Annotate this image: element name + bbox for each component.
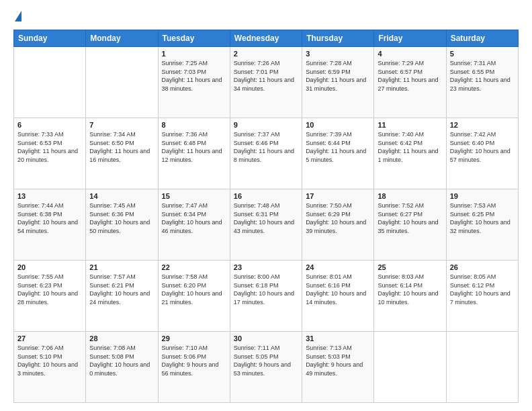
day-number: 23 — [234, 263, 298, 271]
calendar-cell: 3Sunrise: 7:28 AMSunset: 6:59 PMDaylight… — [302, 47, 374, 118]
calendar-cell: 15Sunrise: 7:47 AMSunset: 6:34 PMDayligh… — [158, 189, 230, 261]
calendar-cell: 30Sunrise: 7:11 AMSunset: 5:05 PMDayligh… — [230, 332, 302, 403]
logo — [13, 11, 21, 23]
calendar-cell — [446, 332, 518, 403]
calendar-cell: 11Sunrise: 7:40 AMSunset: 6:42 PMDayligh… — [374, 118, 446, 189]
calendar-cell: 12Sunrise: 7:42 AMSunset: 6:40 PMDayligh… — [446, 118, 518, 189]
calendar-cell — [374, 332, 446, 403]
day-info: Sunrise: 7:10 AMSunset: 5:06 PMDaylight:… — [162, 344, 226, 377]
calendar-cell: 14Sunrise: 7:45 AMSunset: 6:36 PMDayligh… — [86, 189, 158, 261]
page: SundayMondayTuesdayWednesdayThursdayFrid… — [0, 0, 532, 411]
calendar-day-header: Friday — [374, 30, 446, 47]
day-number: 7 — [89, 121, 154, 129]
calendar-cell: 5Sunrise: 7:31 AMSunset: 6:55 PMDaylight… — [446, 47, 518, 118]
day-number: 4 — [378, 50, 442, 58]
day-number: 1 — [162, 50, 226, 58]
calendar-cell: 10Sunrise: 7:39 AMSunset: 6:44 PMDayligh… — [302, 118, 374, 189]
calendar-day-header: Thursday — [302, 30, 374, 47]
day-info: Sunrise: 7:31 AMSunset: 6:55 PMDaylight:… — [450, 59, 515, 93]
day-number: 25 — [378, 263, 442, 271]
calendar-table: SundayMondayTuesdayWednesdayThursdayFrid… — [13, 30, 519, 403]
day-info: Sunrise: 7:28 AMSunset: 6:59 PMDaylight:… — [306, 59, 370, 93]
day-number: 21 — [89, 263, 154, 271]
day-number: 16 — [234, 192, 298, 200]
calendar-cell: 25Sunrise: 8:03 AMSunset: 6:14 PMDayligh… — [374, 261, 446, 332]
calendar-cell: 1Sunrise: 7:25 AMSunset: 7:03 PMDaylight… — [158, 47, 230, 118]
calendar-week-row: 6Sunrise: 7:33 AMSunset: 6:53 PMDaylight… — [14, 118, 519, 189]
calendar-header-row: SundayMondayTuesdayWednesdayThursdayFrid… — [14, 30, 519, 47]
day-info: Sunrise: 7:58 AMSunset: 6:20 PMDaylight:… — [162, 273, 226, 306]
calendar-cell: 9Sunrise: 7:37 AMSunset: 6:46 PMDaylight… — [230, 118, 302, 189]
day-number: 28 — [89, 334, 154, 342]
day-info: Sunrise: 8:03 AMSunset: 6:14 PMDaylight:… — [378, 273, 442, 306]
day-info: Sunrise: 7:08 AMSunset: 5:08 PMDaylight:… — [89, 344, 154, 377]
day-info: Sunrise: 7:11 AMSunset: 5:05 PMDaylight:… — [234, 344, 298, 377]
calendar-cell: 18Sunrise: 7:52 AMSunset: 6:27 PMDayligh… — [374, 189, 446, 261]
calendar-cell: 31Sunrise: 7:13 AMSunset: 5:03 PMDayligh… — [302, 332, 374, 403]
calendar-cell: 22Sunrise: 7:58 AMSunset: 6:20 PMDayligh… — [158, 261, 230, 332]
calendar-week-row: 27Sunrise: 7:06 AMSunset: 5:10 PMDayligh… — [14, 332, 519, 403]
day-number: 12 — [450, 121, 515, 129]
calendar-cell: 29Sunrise: 7:10 AMSunset: 5:06 PMDayligh… — [158, 332, 230, 403]
day-info: Sunrise: 7:25 AMSunset: 7:03 PMDaylight:… — [162, 59, 226, 93]
day-number: 9 — [234, 121, 298, 129]
day-number: 22 — [162, 263, 226, 271]
day-number: 8 — [162, 121, 226, 129]
calendar-cell: 20Sunrise: 7:55 AMSunset: 6:23 PMDayligh… — [14, 261, 86, 332]
day-number: 30 — [234, 334, 298, 342]
day-info: Sunrise: 7:13 AMSunset: 5:03 PMDaylight:… — [306, 344, 370, 377]
day-number: 27 — [17, 334, 82, 342]
calendar-cell: 8Sunrise: 7:36 AMSunset: 6:48 PMDaylight… — [158, 118, 230, 189]
day-info: Sunrise: 7:42 AMSunset: 6:40 PMDaylight:… — [450, 130, 515, 164]
day-info: Sunrise: 7:45 AMSunset: 6:36 PMDaylight:… — [89, 201, 154, 235]
calendar-cell: 27Sunrise: 7:06 AMSunset: 5:10 PMDayligh… — [14, 332, 86, 403]
day-info: Sunrise: 7:53 AMSunset: 6:25 PMDaylight:… — [450, 201, 515, 235]
day-number: 6 — [17, 121, 82, 129]
calendar-cell: 7Sunrise: 7:34 AMSunset: 6:50 PMDaylight… — [86, 118, 158, 189]
day-info: Sunrise: 7:50 AMSunset: 6:29 PMDaylight:… — [306, 201, 370, 235]
calendar-day-header: Monday — [86, 30, 158, 47]
calendar-cell: 28Sunrise: 7:08 AMSunset: 5:08 PMDayligh… — [86, 332, 158, 403]
calendar-cell: 16Sunrise: 7:48 AMSunset: 6:31 PMDayligh… — [230, 189, 302, 261]
day-info: Sunrise: 8:05 AMSunset: 6:12 PMDaylight:… — [450, 273, 515, 306]
calendar-week-row: 13Sunrise: 7:44 AMSunset: 6:38 PMDayligh… — [14, 189, 519, 261]
calendar-day-header: Wednesday — [230, 30, 302, 47]
day-info: Sunrise: 7:52 AMSunset: 6:27 PMDaylight:… — [378, 201, 442, 235]
day-info: Sunrise: 7:47 AMSunset: 6:34 PMDaylight:… — [162, 201, 226, 235]
day-number: 31 — [306, 334, 370, 342]
day-number: 24 — [306, 263, 370, 271]
day-number: 29 — [162, 334, 226, 342]
header — [13, 11, 519, 23]
calendar-day-header: Saturday — [446, 30, 518, 47]
day-number: 19 — [450, 192, 515, 200]
day-info: Sunrise: 7:48 AMSunset: 6:31 PMDaylight:… — [234, 201, 298, 235]
day-info: Sunrise: 7:37 AMSunset: 6:46 PMDaylight:… — [234, 130, 298, 164]
calendar-cell: 2Sunrise: 7:26 AMSunset: 7:01 PMDaylight… — [230, 47, 302, 118]
calendar-cell: 17Sunrise: 7:50 AMSunset: 6:29 PMDayligh… — [302, 189, 374, 261]
day-info: Sunrise: 7:36 AMSunset: 6:48 PMDaylight:… — [162, 130, 226, 164]
calendar-cell: 21Sunrise: 7:57 AMSunset: 6:21 PMDayligh… — [86, 261, 158, 332]
day-number: 2 — [234, 50, 298, 58]
day-number: 15 — [162, 192, 226, 200]
day-number: 5 — [450, 50, 515, 58]
day-info: Sunrise: 7:06 AMSunset: 5:10 PMDaylight:… — [17, 344, 82, 377]
calendar-day-header: Sunday — [14, 30, 86, 47]
day-number: 3 — [306, 50, 370, 58]
calendar-cell: 19Sunrise: 7:53 AMSunset: 6:25 PMDayligh… — [446, 189, 518, 261]
day-info: Sunrise: 8:00 AMSunset: 6:18 PMDaylight:… — [234, 273, 298, 306]
day-info: Sunrise: 7:57 AMSunset: 6:21 PMDaylight:… — [89, 273, 154, 306]
calendar-cell: 6Sunrise: 7:33 AMSunset: 6:53 PMDaylight… — [14, 118, 86, 189]
day-info: Sunrise: 7:26 AMSunset: 7:01 PMDaylight:… — [234, 59, 298, 93]
day-info: Sunrise: 7:39 AMSunset: 6:44 PMDaylight:… — [306, 130, 370, 164]
day-number: 14 — [89, 192, 154, 200]
day-number: 20 — [17, 263, 82, 271]
day-number: 11 — [378, 121, 442, 129]
calendar-week-row: 20Sunrise: 7:55 AMSunset: 6:23 PMDayligh… — [14, 261, 519, 332]
calendar-day-header: Tuesday — [158, 30, 230, 47]
day-number: 17 — [306, 192, 370, 200]
day-info: Sunrise: 7:44 AMSunset: 6:38 PMDaylight:… — [17, 201, 82, 235]
calendar-cell — [86, 47, 158, 118]
calendar-cell — [14, 47, 86, 118]
day-info: Sunrise: 8:01 AMSunset: 6:16 PMDaylight:… — [306, 273, 370, 306]
day-number: 10 — [306, 121, 370, 129]
